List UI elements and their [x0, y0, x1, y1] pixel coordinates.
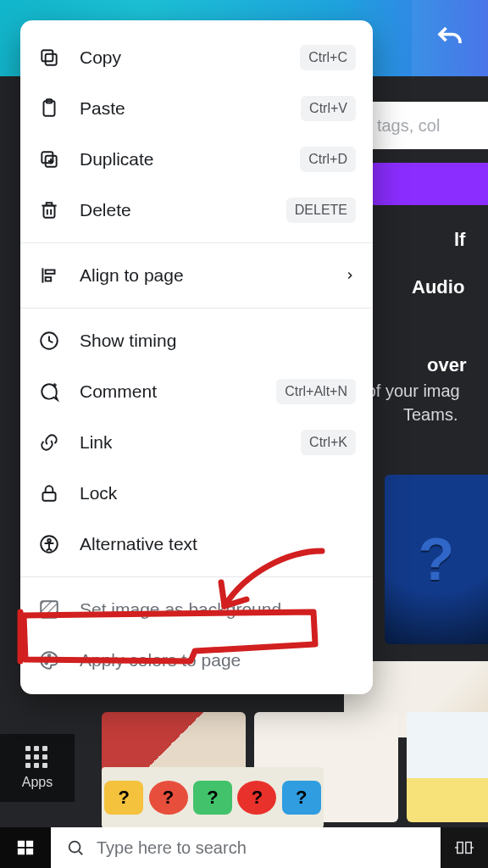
svg-rect-21: [41, 601, 58, 618]
menu-separator: [20, 576, 373, 577]
menu-item-align-to-page[interactable]: Align to page: [20, 250, 373, 301]
menu-item-label: Duplicate: [80, 149, 300, 170]
windows-icon: [16, 838, 35, 857]
svg-rect-1: [42, 50, 53, 61]
context-menu: Copy Ctrl+C Paste Ctrl+V Duplicate Ctrl+…: [20, 20, 373, 694]
menu-item-shortcut: DELETE: [286, 198, 356, 223]
svg-rect-26: [18, 841, 25, 847]
trash-icon: [37, 198, 61, 222]
menu-item-alternative-text[interactable]: Alternative text: [20, 519, 373, 570]
clipped-text-sub2: Teams.: [403, 405, 488, 425]
svg-point-23: [48, 654, 51, 657]
svg-rect-17: [42, 492, 55, 501]
clipped-text-over: over: [427, 354, 488, 376]
menu-separator: [20, 242, 373, 243]
menu-item-set-image-as-background[interactable]: Set image as background: [20, 584, 373, 635]
clipped-text-sub1: d of your imag: [352, 381, 488, 401]
sidebar-item-label: Apps: [22, 775, 53, 790]
thumbnail[interactable]: [407, 712, 488, 822]
palette-icon: [37, 648, 61, 672]
menu-item-shortcut: Ctrl+V: [301, 96, 356, 121]
menu-item-paste[interactable]: Paste Ctrl+V: [20, 83, 373, 134]
menu-item-label: Delete: [80, 200, 286, 220]
menu-item-label: Alternative text: [80, 534, 356, 554]
paste-icon: [37, 97, 61, 120]
link-icon: [37, 431, 61, 454]
svg-point-22: [44, 658, 47, 660]
chevron-right-icon: [344, 265, 356, 286]
accessibility-icon: [37, 532, 61, 556]
svg-rect-13: [46, 277, 52, 281]
question-mark-icon: ?: [419, 526, 455, 593]
undo-icon: [435, 23, 465, 53]
duplicate-icon: [37, 147, 61, 171]
windows-taskbar: Type here to search: [0, 827, 488, 868]
menu-item-label: Copy: [80, 47, 300, 68]
accent-strip: [369, 163, 488, 205]
menu-item-label: Comment: [80, 381, 276, 402]
menu-item-delete[interactable]: Delete DELETE: [20, 185, 373, 236]
clock-icon: [37, 329, 61, 353]
align-icon: [37, 264, 61, 287]
search-icon: [66, 838, 85, 857]
menu-item-shortcut: Ctrl+D: [300, 147, 356, 172]
menu-item-label: Lock: [80, 483, 356, 504]
lock-icon: [37, 481, 61, 505]
menu-item-label: Show timing: [80, 331, 356, 351]
svg-point-19: [47, 539, 50, 542]
svg-rect-29: [26, 849, 33, 854]
svg-rect-0: [46, 54, 57, 65]
svg-rect-33: [466, 843, 471, 854]
menu-item-link[interactable]: Link Ctrl+K: [20, 417, 373, 468]
taskbar-search[interactable]: Type here to search: [51, 827, 441, 868]
menu-item-apply-colors-to-page[interactable]: Apply colors to page: [20, 635, 373, 686]
menu-item-label: Apply colors to page: [80, 650, 356, 670]
copy-icon: [37, 46, 61, 70]
tab-audio-label[interactable]: Audio: [412, 276, 488, 298]
svg-rect-28: [18, 849, 25, 854]
svg-point-24: [52, 658, 54, 660]
start-button[interactable]: [0, 827, 51, 868]
svg-point-25: [45, 662, 47, 665]
apps-grid-icon: [25, 746, 49, 770]
menu-item-label: Set image as background: [80, 599, 356, 620]
clipped-text-lf: lf: [454, 229, 488, 251]
menu-item-lock[interactable]: Lock: [20, 468, 373, 519]
svg-point-30: [69, 842, 80, 853]
menu-item-show-timing[interactable]: Show timing: [20, 315, 373, 366]
svg-rect-32: [458, 843, 463, 854]
comment-icon: [37, 380, 61, 403]
menu-item-shortcut: Ctrl+Alt+N: [276, 379, 356, 404]
menu-item-copy[interactable]: Copy Ctrl+C: [20, 32, 373, 83]
undo-button[interactable]: [412, 0, 488, 76]
sidebar-item-apps[interactable]: Apps: [0, 734, 75, 802]
thumbnail-question-box[interactable]: ?: [385, 475, 488, 644]
menu-separator: [20, 308, 373, 309]
menu-item-shortcut: Ctrl+K: [301, 430, 356, 455]
taskbar-search-placeholder: Type here to search: [97, 838, 247, 858]
menu-item-label: Align to page: [80, 265, 344, 286]
svg-line-31: [79, 851, 82, 854]
menu-item-comment[interactable]: Comment Ctrl+Alt+N: [20, 366, 373, 417]
background-icon: [37, 598, 61, 621]
svg-rect-8: [44, 206, 55, 218]
thumbnail-stickynotes[interactable]: ? ? ? ? ?: [102, 767, 324, 828]
task-view-button[interactable]: [441, 827, 488, 868]
menu-item-duplicate[interactable]: Duplicate Ctrl+D: [20, 134, 373, 185]
svg-rect-27: [26, 841, 33, 847]
menu-item-label: Link: [80, 432, 301, 453]
task-view-icon: [455, 838, 474, 857]
menu-item-label: Paste: [80, 98, 301, 119]
svg-rect-12: [46, 270, 55, 274]
menu-item-shortcut: Ctrl+C: [300, 45, 356, 70]
